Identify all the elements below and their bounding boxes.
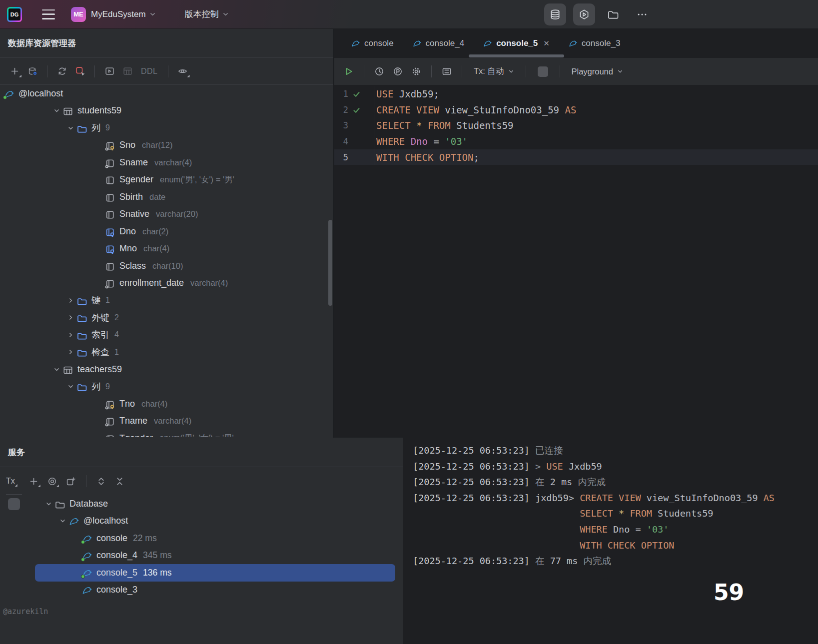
disconnect-button[interactable] bbox=[72, 64, 87, 79]
show-services-button[interactable] bbox=[45, 474, 60, 489]
tree-row-Snative[interactable]: Snativevarchar(20) bbox=[0, 206, 333, 223]
mysql-icon bbox=[82, 533, 92, 543]
settings-button[interactable] bbox=[409, 64, 424, 79]
in-editor-results-button[interactable] bbox=[439, 64, 454, 79]
tree-row-Tname[interactable]: Tnamevarchar(4) bbox=[0, 413, 333, 430]
datasource-properties-button[interactable] bbox=[25, 64, 40, 79]
chevron-right-icon[interactable] bbox=[64, 348, 77, 356]
parameters-button[interactable] bbox=[390, 64, 405, 79]
expand-all-button[interactable] bbox=[94, 474, 109, 489]
chevron-down-icon[interactable] bbox=[64, 383, 77, 390]
tree-row-Tno[interactable]: Tnochar(4) bbox=[0, 395, 333, 413]
gutter: 5 bbox=[334, 149, 374, 165]
editor-line-4[interactable]: 4WHERE Dno = '03' bbox=[334, 133, 818, 149]
open-console-button[interactable] bbox=[102, 64, 117, 79]
editor-line-1[interactable]: 1USE Jxdb59; bbox=[334, 86, 818, 102]
project-toolwindow-button[interactable] bbox=[602, 3, 624, 25]
chevron-down-icon[interactable] bbox=[50, 366, 63, 373]
chevron-down-icon[interactable] bbox=[56, 517, 69, 525]
service-label: console_5 bbox=[96, 568, 137, 578]
editor-line-3[interactable]: 3SELECT * FROM Students59 bbox=[334, 117, 818, 133]
service-row-console_4[interactable]: console_4345 ms bbox=[35, 547, 395, 565]
console-output-log[interactable]: [2025-12-25 06:53:23] 已连接[2025-12-25 06:… bbox=[403, 438, 818, 644]
tree-row-索引[interactable]: 索引4 bbox=[0, 326, 333, 344]
tab-label: console_5 bbox=[496, 38, 538, 48]
tab-console[interactable]: console bbox=[342, 29, 403, 58]
execution-time: 22 ms bbox=[133, 533, 157, 544]
tree-row-Sbirth[interactable]: Sbirthdate bbox=[0, 188, 333, 206]
sql-editor[interactable]: 1USE Jxdb59;2CREATE VIEW view_StuInfoDno… bbox=[334, 85, 818, 165]
datagrip-logo-icon: DG bbox=[7, 7, 22, 22]
service-row-@localhost[interactable]: @localhost bbox=[35, 513, 395, 530]
project-avatar[interactable]: ME bbox=[71, 7, 86, 22]
tab-console_3[interactable]: console_3 bbox=[559, 29, 630, 58]
history-button[interactable] bbox=[372, 64, 387, 79]
service-row-Database[interactable]: Database bbox=[35, 495, 395, 513]
close-tab-icon[interactable]: ✕ bbox=[543, 39, 550, 48]
tree-row-列[interactable]: 列9 bbox=[0, 378, 333, 396]
chevron-down-icon[interactable] bbox=[42, 500, 55, 508]
tree-row-students59[interactable]: students59 bbox=[0, 102, 333, 120]
view-options-button[interactable] bbox=[175, 64, 190, 79]
node-label: Sgender bbox=[119, 174, 153, 185]
tree-row-外键[interactable]: 外键2 bbox=[0, 309, 333, 327]
tree-row-检查[interactable]: 检查1 bbox=[0, 344, 333, 361]
tx-toggle-button[interactable]: Tx bbox=[6, 477, 15, 486]
service-row-console[interactable]: console22 ms bbox=[35, 530, 395, 547]
chevron-down-icon[interactable] bbox=[50, 107, 63, 114]
chevron-right-icon[interactable] bbox=[64, 331, 77, 339]
tab-console_5[interactable]: console_5✕ bbox=[474, 29, 559, 58]
tree-row-键[interactable]: 键1 bbox=[0, 292, 333, 309]
tree-row-Sname[interactable]: Snamevarchar(4) bbox=[0, 154, 333, 171]
node-type: varchar(20) bbox=[156, 209, 198, 219]
services-toolwindow-button[interactable] bbox=[573, 3, 595, 25]
chevron-right-icon[interactable] bbox=[64, 297, 77, 304]
hamburger-menu-icon[interactable] bbox=[42, 9, 55, 19]
node-type: date bbox=[149, 192, 165, 202]
tree-row-Sclass[interactable]: Sclasschar(10) bbox=[0, 257, 333, 275]
chevron-down-icon[interactable] bbox=[64, 124, 77, 132]
tree-row-Mno[interactable]: Mnochar(4) bbox=[0, 240, 333, 258]
database-settings-icon bbox=[28, 66, 37, 76]
editor-area: consoleconsole_4console_5✕console_3 Tx: … bbox=[334, 29, 818, 438]
open-in-new-tab-button[interactable] bbox=[63, 474, 78, 489]
folder-blue-icon bbox=[77, 295, 87, 305]
tree-row-列[interactable]: 列9 bbox=[0, 119, 333, 137]
add-datasource-button[interactable] bbox=[7, 64, 22, 79]
tree-row-Tgender[interactable]: Tgenderenum('男', '女') = '男' bbox=[0, 430, 333, 437]
project-selector[interactable]: MyEduSystem bbox=[91, 9, 156, 19]
node-label: 键 bbox=[91, 294, 100, 306]
service-row-console_5[interactable]: console_5136 ms bbox=[35, 564, 395, 582]
node-label: Tname bbox=[119, 416, 147, 426]
col-icon bbox=[105, 261, 115, 271]
tree-row-Sgender[interactable]: Sgenderenum('男', '女') = '男' bbox=[0, 171, 333, 189]
tree-row-enrollment_date[interactable]: enrollment_datevarchar(4) bbox=[0, 275, 333, 292]
tree-row-teachers59[interactable]: teachers59 bbox=[0, 361, 333, 378]
tab-console_4[interactable]: console_4 bbox=[403, 29, 474, 58]
tree-row-Dno[interactable]: Dnochar(2) bbox=[0, 223, 333, 240]
execution-time: 136 ms bbox=[143, 568, 171, 578]
node-label: Snative bbox=[119, 209, 149, 219]
run-button[interactable] bbox=[341, 64, 356, 79]
schema-dropdown[interactable]: Playground bbox=[568, 67, 627, 76]
tree-row-@localhost[interactable]: @localhost bbox=[0, 85, 333, 102]
tx-mode-label: Tx: 自动 bbox=[474, 66, 504, 77]
more-options-button[interactable] bbox=[631, 3, 653, 25]
tree-row-Sno[interactable]: Snochar(12) bbox=[0, 137, 333, 154]
collapse-all-button[interactable] bbox=[112, 474, 127, 489]
node-type: enum('男', '女') = '男' bbox=[159, 433, 234, 437]
editor-line-2[interactable]: 2CREATE VIEW view_StuInfoDno03_59 AS bbox=[334, 102, 818, 118]
service-row-console_3[interactable]: console_3 bbox=[35, 582, 395, 599]
vcs-selector[interactable]: 版本控制 bbox=[185, 8, 229, 20]
refresh-button[interactable] bbox=[54, 64, 69, 79]
node-type: varchar(4) bbox=[190, 278, 228, 288]
explorer-scrollbar[interactable] bbox=[328, 220, 332, 306]
chevron-right-icon[interactable] bbox=[64, 314, 77, 321]
editor-line-5[interactable]: 5WITH CHECK OPTION; bbox=[334, 149, 818, 165]
line-number: 2 bbox=[334, 105, 348, 115]
table-editor-button[interactable] bbox=[120, 64, 135, 79]
tx-mode-dropdown[interactable]: Tx: 自动 bbox=[470, 66, 518, 77]
database-toolwindow-button[interactable] bbox=[544, 3, 566, 25]
ddl-button[interactable]: DDL bbox=[138, 67, 161, 76]
add-service-button[interactable] bbox=[26, 474, 41, 489]
